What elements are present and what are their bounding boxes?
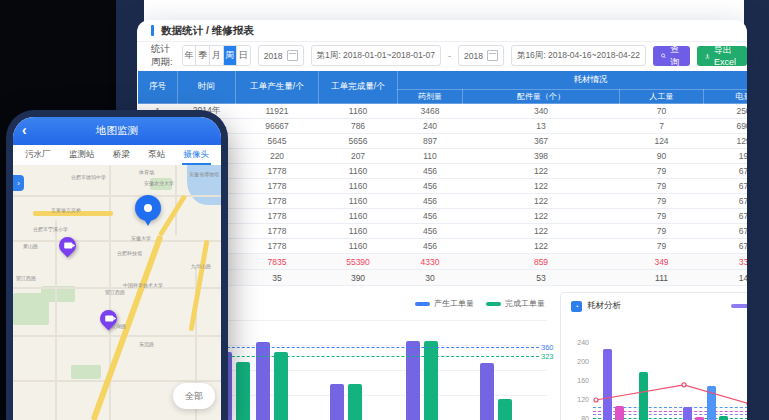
map-view[interactable]: › 全部 合肥市琥珀中学体育场安徽农业大学安徽省博物馆五里墩立交桥合肥市宁溪小学… (13, 165, 221, 420)
map-highway (158, 194, 187, 237)
map-highway (189, 240, 210, 331)
period-option-周[interactable]: 周 (224, 46, 238, 65)
map-label: 合肥市琥珀中学 (71, 174, 106, 180)
filter-toolbar: 统计周期: 年季月周日 2018 第1周: 2018-01-01~2018-01… (137, 42, 747, 69)
table-cell: 1160 (319, 164, 398, 179)
report-table-wrapper: 序号时间工单产生量/个工单完成量/个耗材情况药剂量配件量（个）人工量电量1201… (137, 71, 747, 286)
bar-产生工单量 (406, 341, 420, 420)
bar-产生工单量 (256, 342, 270, 420)
table-cell: 122 (463, 164, 620, 179)
period-option-年[interactable]: 年 (183, 46, 197, 65)
year-to-select[interactable]: 2018 (458, 45, 504, 66)
camera-icon (64, 243, 72, 249)
table-row: 2202071103989019 (138, 149, 748, 164)
map-expander-button[interactable]: › (13, 175, 24, 191)
breadcrumb-accent-bar (151, 25, 154, 36)
total-cell: 7835 (236, 254, 319, 270)
table-cell: 1160 (319, 179, 398, 194)
week-to-select[interactable]: 第16周: 2018-04-16~2018-04-22 (511, 45, 646, 66)
sub-column-header: 药剂量 (398, 90, 463, 104)
bar-产生工单量 (480, 363, 494, 420)
phone-tab-泵站[interactable]: 泵站 (148, 149, 165, 161)
table-cell: 3468 (398, 104, 463, 119)
column-header: 序号 (138, 71, 178, 104)
table-cell: 690 (704, 119, 748, 134)
table-cell: 79 (620, 224, 704, 239)
table-cell: 1778 (236, 239, 319, 254)
period-option-季[interactable]: 季 (196, 46, 210, 65)
table-cell: 220 (236, 149, 319, 164)
table-cell: 240 (398, 119, 463, 134)
legend-item: 完成工单量 (486, 298, 545, 309)
table-cell: 786 (319, 119, 398, 134)
table-row: 177811604561227967 (138, 194, 748, 209)
total-row: 合计783555390433085934933 (138, 254, 748, 270)
week-from-select[interactable]: 第1周: 2018-01-01~2018-01-07 (311, 45, 441, 66)
query-button-label: 查询 (670, 43, 682, 69)
table-cell: 456 (398, 194, 463, 209)
phone-tab-监测站[interactable]: 监测站 (69, 149, 95, 161)
table-cell: 1778 (236, 209, 319, 224)
table-row: 177811604561227967 (138, 224, 748, 239)
column-header: 工单完成量/个 (319, 71, 398, 104)
total-cell: 349 (620, 254, 704, 270)
table-cell: 67 (704, 164, 748, 179)
table-cell: 398 (463, 149, 620, 164)
table-cell: 79 (620, 194, 704, 209)
reference-label: 360 (541, 343, 554, 352)
charts-section: 产生工单量完成工单量 360323 ◔ 耗材分析 240200160120804… (137, 280, 747, 420)
table-cell: 250 (704, 104, 748, 119)
map-road (13, 240, 221, 242)
map-label: 合肥市宁溪小学 (33, 226, 68, 232)
table-cell: 67 (704, 224, 748, 239)
phone-mockup: ‹ 地图监测 污水厂监测站桥梁泵站摄像头 (6, 110, 228, 420)
phone-page-title: 地图监测 (96, 124, 138, 138)
phone-tab-摄像头[interactable]: 摄像头 (184, 149, 210, 161)
table-cell: 1778 (236, 179, 319, 194)
camera-pin[interactable] (55, 233, 79, 257)
table-cell: 1160 (319, 104, 398, 119)
map-highway (91, 235, 164, 420)
legend-item: 产生工单量 (415, 298, 474, 309)
table-cell: 79 (620, 179, 704, 194)
total-cell: 4330 (398, 254, 463, 270)
workorder-chart-legend: 产生工单量完成工单量 (415, 298, 545, 309)
table-cell: 207 (319, 149, 398, 164)
sub-column-header: 人工量 (620, 90, 704, 104)
table-row: 12014年119211160346834070250 (138, 104, 748, 119)
map-label: 黄山路 (23, 243, 38, 249)
table-row: 56455656897367124129 (138, 134, 748, 149)
table-cell: 1160 (319, 194, 398, 209)
phone-tab-bar: 污水厂监测站桥梁泵站摄像头 (13, 145, 221, 165)
table-cell: 79 (620, 239, 704, 254)
table-cell: 7 (620, 119, 704, 134)
table-cell: 1778 (236, 224, 319, 239)
table-row: 177811604561227967 (138, 179, 748, 194)
table-cell: 70 (620, 104, 704, 119)
breadcrumb-row: 数据统计 / 维修报表 (137, 20, 747, 42)
table-cell: 19 (704, 149, 748, 164)
bar-完成工单量 (274, 352, 288, 420)
selected-camera-marker[interactable] (135, 195, 161, 221)
column-header: 时间 (178, 71, 236, 104)
report-table: 序号时间工单产生量/个工单完成量/个耗材情况药剂量配件量（个）人工量电量1201… (137, 71, 747, 286)
export-excel-button[interactable]: 导出Excel (697, 46, 747, 66)
phone-screen: ‹ 地图监测 污水厂监测站桥梁泵站摄像头 (13, 117, 221, 420)
query-button[interactable]: 查询 (653, 46, 690, 66)
map-label: 安徽农业大学 (144, 180, 174, 186)
period-option-日[interactable]: 日 (237, 46, 250, 65)
export-button-label: 导出Excel (714, 44, 739, 67)
phone-tab-桥梁[interactable]: 桥梁 (113, 149, 130, 161)
camera-icon (105, 316, 113, 322)
year-from-value: 2018 (264, 51, 283, 61)
back-chevron-icon[interactable]: ‹ (22, 121, 27, 139)
period-option-月[interactable]: 月 (210, 46, 224, 65)
table-cell: 897 (398, 134, 463, 149)
consumables-plot: 2402001601208040 (561, 293, 747, 420)
phone-tab-污水厂[interactable]: 污水厂 (25, 149, 51, 161)
year-from-select[interactable]: 2018 (258, 45, 304, 66)
table-cell: 5645 (236, 134, 319, 149)
week-from-value: 第1周: 2018-01-01~2018-01-07 (317, 50, 435, 62)
all-filter-button[interactable]: 全部 (173, 383, 215, 409)
map-road (13, 335, 221, 337)
